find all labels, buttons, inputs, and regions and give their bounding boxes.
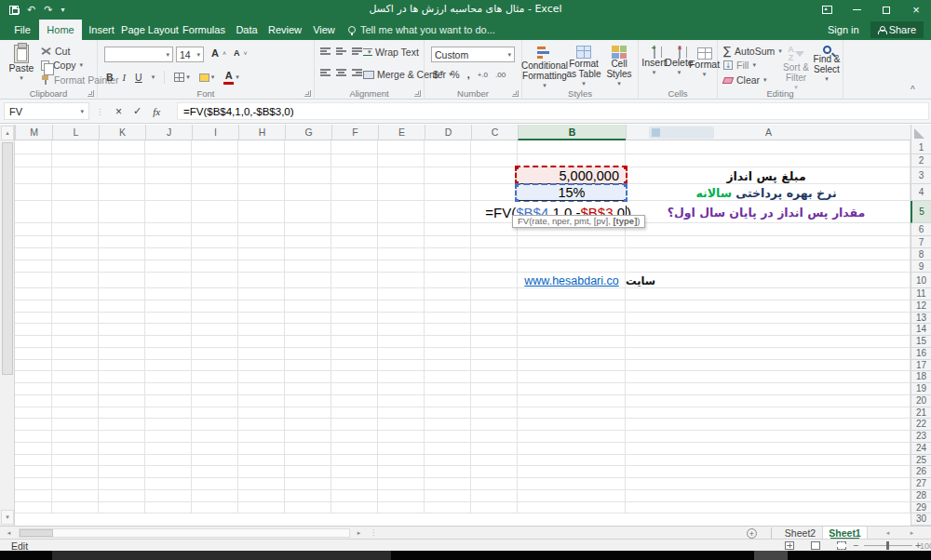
row-header-3[interactable]: 3 [911,167,931,184]
row-header-16[interactable]: 16 [911,348,931,360]
align-right-icon[interactable] [352,69,362,77]
tab-scroll-right-arrow[interactable]: ▸ [905,528,919,538]
cell-A5[interactable]: مقدار پس انداز در پایان سال اول؟ [626,201,907,223]
format-cells-button[interactable]: Format▾ [692,47,717,80]
row-header-12[interactable]: 12 [911,300,931,313]
clipboard-dialog-launcher[interactable] [88,90,94,97]
row-header-19[interactable]: 19 [911,383,931,395]
scroll-up-arrow[interactable]: ▴ [1,126,14,140]
align-bottom-icon[interactable] [352,47,362,56]
autosum-button[interactable]: ∑AutoSum▾ [723,45,782,58]
horizontal-scrollbar-thumb[interactable] [20,529,53,537]
page-break-view-button[interactable] [837,541,846,550]
vertical-scrollbar-thumb[interactable] [2,142,13,375]
font-size-combo[interactable]: 14▾ [176,47,204,62]
column-header-G[interactable]: G [285,125,331,140]
insert-function-button[interactable]: fx [153,106,160,117]
row-header-11[interactable]: 11 [911,288,931,300]
hscroll-left-arrow[interactable]: ◂ [2,528,16,538]
tab-formulas[interactable]: Formulas [179,20,229,40]
bold-button[interactable]: B [106,72,114,83]
column-header-K[interactable]: K [99,125,145,140]
row-header-30[interactable]: 30 [911,513,931,526]
zoom-percentage[interactable]: 100% [920,541,931,551]
undo-icon[interactable]: ↶ [27,4,35,16]
grow-font-button[interactable]: A˄ [211,48,226,58]
increase-decimal-button[interactable]: +.0 [478,71,488,79]
insert-cells-button[interactable]: + Insert▾ [641,47,667,78]
row-header-15[interactable]: 15 [911,336,931,348]
name-box[interactable]: FV▾ [4,102,89,120]
row-header-17[interactable]: 17 [911,360,931,372]
format-as-table-button[interactable]: Format as Table▾ [565,46,602,89]
number-dialog-launcher[interactable] [512,90,519,97]
row-header-2[interactable]: 2 [911,154,931,167]
row-header-28[interactable]: 28 [911,490,931,502]
sign-in-link[interactable]: Sign in [828,24,859,35]
ribbon-display-options-button[interactable] [812,0,842,20]
column-header-C[interactable]: C [471,125,518,140]
restore-button[interactable] [871,0,901,20]
tab-insert[interactable]: Insert [82,20,121,40]
row-header-1[interactable]: 1 [911,140,931,154]
column-header-I[interactable]: I [192,125,238,140]
enter-entry-button[interactable]: ✓ [133,105,142,117]
row-header-26[interactable]: 26 [911,466,931,478]
percent-style-button[interactable]: % [451,69,459,80]
new-sheet-button[interactable]: + [747,528,757,539]
sheet-tab-sheet1[interactable]: Sheet1 [823,527,868,540]
wrap-text-button[interactable]: Wrap Text [363,47,419,58]
row-header-25[interactable]: 25 [911,455,931,467]
tab-view[interactable]: View [305,20,343,40]
normal-view-button[interactable] [785,541,794,550]
redo-icon[interactable]: ↷ [44,4,52,16]
minimize-button[interactable] [842,0,871,20]
align-top-icon[interactable] [320,47,331,56]
row-header-9[interactable]: 9 [911,260,931,273]
alignment-dialog-launcher[interactable] [414,90,421,97]
column-header-J[interactable]: J [145,125,192,140]
close-button[interactable]: × [901,0,931,20]
column-header-B[interactable]: B [518,125,626,140]
column-header-H[interactable]: H [238,125,285,140]
column-header-M[interactable]: M [15,125,52,140]
row-header-14[interactable]: 14 [911,324,931,336]
hscroll-right-arrow[interactable]: ▸ [352,528,366,538]
shrink-font-button[interactable]: A˅ [234,48,248,58]
sheet-tab-sheet2[interactable]: Sheet2 [778,527,823,540]
conditional-formatting-button[interactable]: Conditional Formatting▾ [524,46,565,91]
fill-button[interactable]: ↓Fill▾ [723,60,756,71]
tab-review[interactable]: Review [264,20,305,40]
cancel-entry-button[interactable]: × [115,105,122,118]
row-header-22[interactable]: 22 [911,419,931,431]
decrease-decimal-button[interactable]: .00 [495,71,506,79]
sort-filter-button[interactable]: AZ Sort & Filter▾ [781,46,811,93]
page-layout-view-button[interactable] [811,541,820,550]
select-all-corner[interactable] [911,125,931,140]
paste-button[interactable]: Paste▾ [6,45,37,84]
cell-styles-button[interactable]: Cell Styles▾ [602,46,636,89]
row-header-29[interactable]: 29 [911,502,931,514]
find-select-button[interactable]: Find & Select▾ [811,46,843,85]
row-header-10[interactable]: 10 [911,273,931,288]
column-header-E[interactable]: E [378,125,425,140]
tab-home[interactable]: Home [39,20,82,40]
column-header-L[interactable]: L [52,125,99,140]
font-dialog-launcher[interactable] [304,90,311,97]
font-name-combo[interactable]: ▾ [104,47,173,62]
zoom-slider-thumb[interactable] [886,541,889,550]
collapse-ribbon-icon[interactable]: ^ [911,85,915,95]
share-button[interactable]: Share [870,21,924,38]
vertical-scrollbar[interactable]: ▴ ▾ [0,125,15,526]
zoom-out-button[interactable]: − [853,540,858,551]
row-header-5[interactable]: 5 [911,201,931,223]
font-color-button[interactable]: A▾ [223,70,239,85]
cell-A3[interactable]: مبلغ پس انداز [626,167,907,184]
cut-button[interactable]: Cut [41,46,70,57]
clear-button[interactable]: Clear▾ [723,74,767,86]
row-header-24[interactable]: 24 [911,443,931,455]
copy-button[interactable]: Copy▾ [41,60,83,71]
row-header-13[interactable]: 13 [911,313,931,325]
align-center-icon[interactable] [336,69,346,77]
tab-page-layout[interactable]: Page Layout [121,20,179,40]
